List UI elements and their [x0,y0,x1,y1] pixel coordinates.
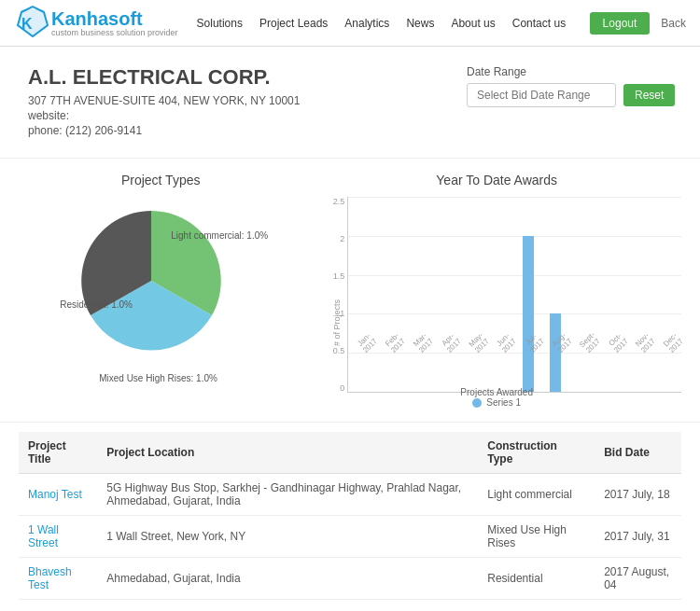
nav-project-leads[interactable]: Project Leads [259,17,328,30]
nav-contact[interactable]: Contact us [512,17,566,30]
pie-chart-title: Project Types [19,173,302,187]
x-axis-labels: Jan-2017Feb-2017Mar-2017Apr-2017May-2017… [347,332,681,393]
nav-links: Solutions Project Leads Analytics News A… [197,17,590,30]
nav-news[interactable]: News [406,17,434,30]
company-name: A.L. ELECTRICAL CORP. [28,65,467,90]
project-title-cell[interactable]: Manoj Test [19,474,97,516]
bar-chart-title: Year To Date Awards [312,173,681,187]
bid-date-cell: 2017 August, 04 [595,558,681,600]
construction-type-cell: Mixed Use High Rises [478,516,595,558]
project-location-cell: Ahmedabad, Gujarat, India [97,558,478,600]
date-range-section: Date Range Reset [467,65,672,107]
pie-svg [58,197,245,365]
table-row: Manoj Test 5G Highway Bus Stop, Sarkhej … [19,474,681,516]
th-bid-date: Bid Date [595,432,681,474]
company-website: website: [28,109,467,122]
table-section: Project Title Project Location Construct… [0,423,700,611]
date-range-row: Reset [467,83,672,107]
date-range-input[interactable] [467,83,616,107]
th-location: Project Location [97,432,478,474]
table-row: Bhavesh Test Ahmedabad, Gujarat, India R… [19,558,681,600]
x-axis-title: Projects Awarded [460,387,533,397]
y-axis-labels: 2.5 2 1.5 1 0.5 0 [316,197,344,393]
logo-text: Kanhasoft custom business solution provi… [51,8,178,38]
y-label-1: 0.5 [333,346,345,355]
logout-button[interactable]: Logout [590,12,651,35]
company-phone: phone: (212) 206-9141 [28,124,467,137]
company-section: A.L. ELECTRICAL CORP. 307 7TH AVENUE-SUI… [0,47,700,159]
bar-chart-box: Year To Date Awards # of Projects 2.5 2 … [312,173,681,408]
project-title-cell[interactable]: Bhavesh Test [19,558,97,600]
navbar: K Kanhasoft custom business solution pro… [0,0,700,47]
nav-about[interactable]: About us [451,17,495,30]
company-info: A.L. ELECTRICAL CORP. 307 7TH AVENUE-SUI… [28,65,467,139]
reset-button[interactable]: Reset [623,84,675,106]
bid-date-cell: 2017 July, 18 [595,474,681,516]
nav-analytics[interactable]: Analytics [344,17,389,30]
logo-title: Kanhasoft [51,8,178,29]
y-label-5: 2.5 [333,197,345,206]
projects-table: Project Title Project Location Construct… [19,432,681,600]
y-label-2: 1 [340,309,344,318]
bid-date-cell: 2017 July, 31 [595,516,681,558]
pie-label-light: Light commercial: 1.0% [171,230,268,241]
date-range-label: Date Range [467,65,672,78]
legend-label: Series 1 [486,397,521,408]
pie-chart: Residential: 1.0% Light commercial: 1.0%… [58,197,263,383]
pie-chart-box: Project Types Residential: 1.0% Light co… [19,173,302,408]
pie-label-residential: Residential: 1.0% [60,299,133,310]
y-label-0: 0 [340,383,344,393]
logo-subtitle: custom business solution provider [51,29,178,38]
construction-type-cell: Residential [478,558,595,600]
table-row: 1 Wall Street 1 Wall Street, New York, N… [19,516,681,558]
legend-dot [472,398,482,408]
table-header: Project Title Project Location Construct… [19,432,681,474]
project-location-cell: 5G Highway Bus Stop, Sarkhej - Gandhinag… [97,474,478,516]
company-address: 307 7TH AVENUE-SUITE 404, NEW YORK, NY 1… [28,94,467,107]
project-title-cell[interactable]: 1 Wall Street [19,516,97,558]
back-link[interactable]: Back [661,17,686,30]
y-label-3: 1.5 [333,271,345,281]
svg-text:K: K [21,16,33,32]
charts-section: Project Types Residential: 1.0% Light co… [0,159,700,423]
th-construction-type: Construction Type [478,432,595,474]
project-location-cell: 1 Wall Street, New York, NY [97,516,478,558]
construction-type-cell: Light commercial [478,474,595,516]
nav-solutions[interactable]: Solutions [197,17,243,30]
th-project-title: Project Title [19,432,97,474]
logo: K Kanhasoft custom business solution pro… [14,5,178,42]
pie-label-mixed: Mixed Use High Rises: 1.0% [99,373,217,383]
y-label-4: 2 [340,234,344,243]
table-body: Manoj Test 5G Highway Bus Stop, Sarkhej … [19,474,681,600]
chart-legend: Series 1 [312,397,681,408]
logo-icon: K [14,5,51,42]
